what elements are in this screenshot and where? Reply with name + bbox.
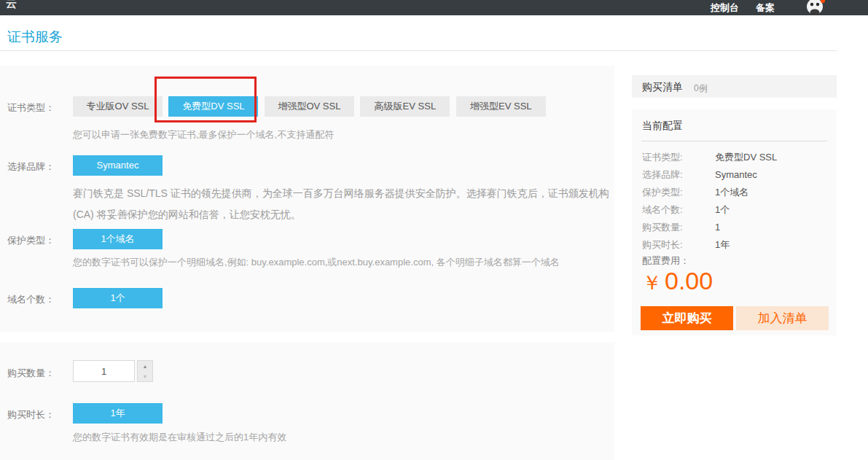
domain-count-option[interactable]: 1个 <box>73 288 163 308</box>
summary-row-duration: 购买时长:1年 <box>642 236 828 254</box>
user-avatar[interactable] <box>806 0 825 15</box>
summary-row-label: 保护类型: <box>642 184 715 201</box>
tab-enhanced-ev-ssl[interactable]: 增强型EV SSL <box>456 96 546 117</box>
quantity-label: 购买数量： <box>7 367 55 380</box>
brand-description: 赛门铁克是 SSL/TLS 证书的领先提供商，为全球一百多万台网络服务器提供安全… <box>73 183 625 225</box>
spinner-down-icon[interactable]: ▼ <box>138 371 152 381</box>
quantity-input[interactable] <box>73 360 135 382</box>
summary-row-protect-type: 保护类型:1个域名 <box>642 184 828 201</box>
protect-type-option[interactable]: 1个域名 <box>73 229 163 249</box>
quantity-stepper: ▲ ▼ <box>137 360 153 382</box>
cert-type-description: 您可以申请一张免费数字证书,最多保护一个域名,不支持通配符 <box>73 128 334 141</box>
console-link[interactable]: 控制台 <box>711 1 739 15</box>
price-display: ￥0.00 <box>642 267 713 296</box>
brand-label: 选择品牌： <box>7 160 55 174</box>
currency-symbol: ￥ <box>642 272 662 294</box>
summary-row-value: Symantec <box>715 169 757 180</box>
cart-title: 购买清单 <box>642 81 683 94</box>
summary-row-label: 选择品牌: <box>642 166 715 184</box>
duration-description: 您的数字证书有效期是在审核通过之后的1年内有效 <box>73 431 286 444</box>
spinner-up-icon[interactable]: ▲ <box>138 361 152 371</box>
tab-enhanced-ov-ssl[interactable]: 增强型OV SSL <box>265 96 354 117</box>
notification-dot-icon <box>821 0 825 3</box>
title-divider <box>0 50 837 51</box>
summary-row-brand: 选择品牌:Symantec <box>642 166 828 184</box>
topbar: 云 控制台 备案 <box>0 0 868 15</box>
protect-type-description: 您的数字证书可以保护一个明细域名,例如: buy.example.com,或ne… <box>73 256 560 269</box>
page-title: 证书服务 <box>7 28 63 47</box>
duration-option[interactable]: 1年 <box>73 403 163 424</box>
tab-advanced-ev-ssl[interactable]: 高级版EV SSL <box>360 96 450 117</box>
summary-row-quantity: 购买数量:1 <box>642 219 828 236</box>
buy-now-button[interactable]: 立即购买 <box>641 306 733 330</box>
summary-row-value: 1 <box>715 222 720 233</box>
summary-row-domain-count: 域名个数:1个 <box>642 201 828 219</box>
tab-free-dv-ssl[interactable]: 免费型DV SSL <box>168 96 258 117</box>
cloud-logo[interactable]: 云 <box>6 0 17 11</box>
config-fee-label: 配置费用： <box>642 254 689 268</box>
summary-row-label: 购买数量: <box>642 219 715 236</box>
cert-type-tabs: 专业版OV SSL 免费型DV SSL 增强型OV SSL 高级版EV SSL … <box>73 96 549 117</box>
protect-type-label: 保护类型： <box>7 234 55 247</box>
current-config-panel: 当前配置 证书类型:免费型DV SSL 选择品牌:Symantec 保护类型:1… <box>632 109 837 335</box>
tab-professional-ov-ssl[interactable]: 专业版OV SSL <box>73 96 163 117</box>
summary-row-value: 1年 <box>715 239 730 250</box>
current-config-title: 当前配置 <box>642 120 683 133</box>
summary-row-cert-type: 证书类型:免费型DV SSL <box>642 149 828 166</box>
beian-link[interactable]: 备案 <box>756 1 775 15</box>
add-to-cart-button[interactable]: 加入清单 <box>736 306 829 330</box>
summary-divider <box>641 141 827 141</box>
certificate-service-page: 云 控制台 备案 证书服务 证书类型： 专业版OV SSL 免费型DV SSL … <box>0 0 868 460</box>
cart-count-badge: 0例 <box>694 82 708 95</box>
domain-count-label: 域名个数： <box>7 293 55 306</box>
summary-row-value: 1个域名 <box>715 187 748 198</box>
summary-row-label: 域名个数: <box>642 201 715 219</box>
brand-option-symantec[interactable]: Symantec <box>73 155 163 176</box>
summary-rows: 证书类型:免费型DV SSL 选择品牌:Symantec 保护类型:1个域名 域… <box>642 149 828 254</box>
price-amount: 0.00 <box>665 267 713 295</box>
summary-row-label: 证书类型: <box>642 149 715 166</box>
cert-type-label: 证书类型： <box>7 101 55 114</box>
summary-row-label: 购买时长: <box>642 236 715 254</box>
summary-row-value: 1个 <box>715 204 730 215</box>
cart-header: 购买清单 0例 <box>632 75 837 98</box>
duration-label: 购买时长： <box>7 408 55 421</box>
summary-row-value: 免费型DV SSL <box>715 152 777 163</box>
